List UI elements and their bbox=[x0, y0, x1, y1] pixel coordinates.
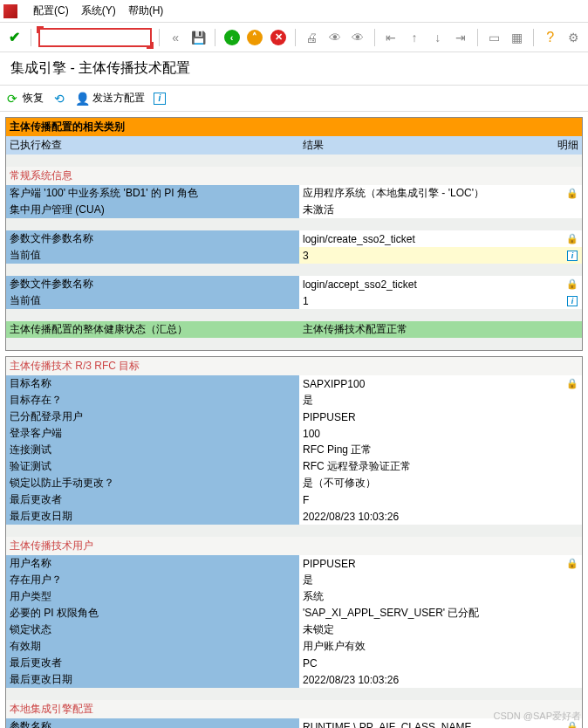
summary-value: 主体传播技术配置正常 bbox=[299, 321, 563, 338]
data-row: 连接测试RFC Ping 正常 bbox=[6, 442, 582, 458]
restore-label: 恢复 bbox=[23, 91, 44, 106]
row-label: 当前值 bbox=[6, 292, 299, 309]
data-row: 最后更改日期2022/08/23 10:03:26 bbox=[6, 508, 582, 525]
row-value: login/create_sso2_ticket bbox=[299, 230, 563, 247]
back-icon[interactable]: « bbox=[167, 28, 185, 47]
info-icon[interactable]: i bbox=[567, 296, 578, 306]
row-label: 目标存在？ bbox=[6, 392, 299, 409]
row-label: 当前值 bbox=[6, 247, 299, 264]
person-icon: 👤 bbox=[75, 92, 89, 106]
row-value: login/accept_sso2_ticket bbox=[299, 276, 563, 292]
print-icon[interactable]: 🖨 bbox=[302, 28, 320, 47]
lock-icon: 🔒 bbox=[566, 233, 578, 244]
sender-config-button[interactable]: 👤 发送方配置 bbox=[75, 91, 145, 106]
find-next-icon[interactable]: 👁 bbox=[349, 28, 367, 47]
row-label: 用户类型 bbox=[6, 588, 299, 605]
restore-button[interactable]: ⟳ 恢复 bbox=[5, 91, 44, 106]
lock-icon: 🔒 bbox=[566, 378, 578, 389]
data-row: 锁定以防止手动更改？是（不可修改） bbox=[6, 475, 582, 491]
row-label: 参数文件参数名称 bbox=[6, 276, 299, 292]
watermark: CSDN @SAP爱好者 bbox=[494, 710, 581, 723]
column-headers: 已执行检查 结果 明细 bbox=[6, 136, 582, 155]
data-row: 验证测试RFC 远程登录验证正常 bbox=[6, 458, 582, 475]
row-label: 最后更改者 bbox=[6, 655, 299, 671]
layout-icon[interactable]: ▦ bbox=[509, 28, 527, 47]
info-icon[interactable]: i bbox=[154, 93, 166, 105]
menu-config[interactable]: 配置(C) bbox=[33, 3, 69, 18]
row-label: 存在用户？ bbox=[6, 572, 299, 588]
nav-up-icon[interactable]: ˄ bbox=[247, 30, 263, 45]
col-detail: 明细 bbox=[547, 136, 582, 155]
row-value: 'SAP_XI_APPL_SERV_USER' 已分配 bbox=[299, 605, 563, 622]
data-row: 登录客户端100 bbox=[6, 425, 582, 442]
settings-icon[interactable]: ⚙ bbox=[564, 28, 583, 47]
row-label: 已分配登录用户 bbox=[6, 409, 299, 425]
row-value: 系统 bbox=[299, 588, 563, 605]
next-page-icon[interactable]: ↓ bbox=[428, 28, 447, 47]
data-row: 当前值1i bbox=[6, 292, 582, 309]
row-value: 未锁定 bbox=[299, 622, 563, 638]
save-icon[interactable]: 💾 bbox=[189, 28, 208, 47]
row-value: SAPXIPP100 bbox=[299, 375, 563, 392]
menubar: 配置(C) 系统(Y) 帮助(H) bbox=[0, 0, 588, 23]
row-label: 最后更改日期 bbox=[6, 508, 299, 525]
summary-label: 主体传播配置的整体健康状态（汇总） bbox=[6, 321, 299, 338]
row-label: 最后更改者 bbox=[6, 491, 299, 508]
menu-system[interactable]: 系统(Y) bbox=[81, 3, 116, 18]
row-label: 必要的 PI 权限角色 bbox=[6, 605, 299, 622]
row-label: 参数名称 bbox=[6, 718, 299, 728]
data-row: 最后更改者PC bbox=[6, 655, 582, 671]
row-value: 应用程序系统（本地集成引擎 - 'LOC'） bbox=[299, 185, 563, 202]
refresh-icon: ⟳ bbox=[5, 92, 19, 106]
row-label: 客户端 '100' 中业务系统 'BD1' 的 PI 角色 bbox=[6, 185, 299, 202]
row-label: 最后更改日期 bbox=[6, 671, 299, 688]
data-row: 用户名称PIPPUSER🔒 bbox=[6, 555, 582, 572]
row-value: 1 bbox=[299, 292, 563, 309]
row-value: 2022/08/23 10:03:26 bbox=[299, 671, 563, 688]
data-row: 目标名称SAPXIPP100🔒 bbox=[6, 375, 582, 392]
data-row: 存在用户？是 bbox=[6, 572, 582, 588]
row-value: 未激活 bbox=[299, 202, 563, 218]
panel-header: 主体传播配置的相关类别 bbox=[6, 118, 582, 136]
lock-icon: 🔒 bbox=[566, 278, 578, 290]
ok-button[interactable]: ✔ bbox=[5, 28, 24, 47]
summary-row: 主体传播配置的整体健康状态（汇总） 主体传播技术配置正常 bbox=[6, 321, 582, 338]
row-label: 参数文件参数名称 bbox=[6, 230, 299, 247]
row-value: PIPPUSER bbox=[299, 409, 563, 425]
section-user: 主体传播技术用户 bbox=[6, 537, 582, 555]
row-value: 是（不可修改） bbox=[299, 475, 563, 491]
first-page-icon[interactable]: ⇤ bbox=[382, 28, 400, 47]
row-value: 2022/08/23 10:03:26 bbox=[299, 508, 563, 525]
command-input[interactable] bbox=[38, 28, 152, 47]
section-rfc: 主体传播技术 R/3 RFC 目标 bbox=[6, 357, 582, 375]
data-row: 客户端 '100' 中业务系统 'BD1' 的 PI 角色应用程序系统（本地集成… bbox=[6, 185, 582, 202]
data-row: 目标存在？是 bbox=[6, 392, 582, 409]
row-label: 锁定以防止手动更改？ bbox=[6, 475, 299, 491]
prev-page-icon[interactable]: ↑ bbox=[406, 28, 424, 47]
page-title: 集成引擎 - 主体传播技术配置 bbox=[0, 52, 588, 86]
panel-details: 主体传播技术 R/3 RFC 目标 目标名称SAPXIPP100🔒目标存在？是已… bbox=[5, 356, 583, 728]
menu-help[interactable]: 帮助(H) bbox=[128, 3, 164, 18]
data-row: 必要的 PI 权限角色'SAP_XI_APPL_SERV_USER' 已分配 bbox=[6, 605, 582, 622]
row-label: 有效期 bbox=[6, 638, 299, 655]
lock-icon: 🔒 bbox=[566, 188, 578, 199]
row-value: 是 bbox=[299, 392, 563, 409]
cycle-icon[interactable]: ⟲ bbox=[52, 92, 66, 106]
nav-back-icon[interactable]: ‹ bbox=[224, 30, 240, 45]
cancel-icon[interactable]: ✕ bbox=[270, 30, 286, 45]
row-label: 用户名称 bbox=[6, 555, 299, 572]
main-toolbar: ✔ « 💾 ‹ ˄ ✕ 🖨 👁 👁 ⇤ ↑ ↓ ⇥ ▭ ▦ ? ⚙ bbox=[0, 23, 588, 52]
data-row: 有效期用户账户有效 bbox=[6, 638, 582, 655]
row-label: 连接测试 bbox=[6, 442, 299, 458]
sub-toolbar: ⟳ 恢复 ⟲ 👤 发送方配置 i bbox=[0, 86, 588, 112]
last-page-icon[interactable]: ⇥ bbox=[452, 28, 470, 47]
new-session-icon[interactable]: ▭ bbox=[485, 28, 503, 47]
col-result: 结果 bbox=[299, 136, 547, 155]
row-value: PC bbox=[299, 655, 563, 671]
help-icon[interactable]: ? bbox=[541, 28, 559, 47]
row-value: RFC Ping 正常 bbox=[299, 442, 563, 458]
find-icon[interactable]: 👁 bbox=[325, 28, 344, 47]
row-value: PIPPUSER bbox=[299, 555, 563, 572]
info-icon[interactable]: i bbox=[567, 251, 578, 261]
row-value: 3 bbox=[299, 247, 563, 264]
